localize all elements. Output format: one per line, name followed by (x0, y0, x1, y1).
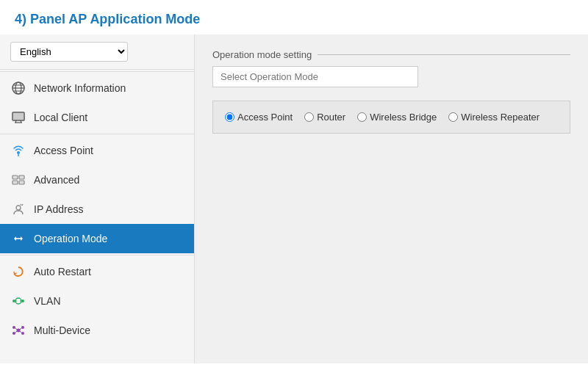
svg-line-17 (21, 204, 21, 206)
svg-point-10 (17, 151, 20, 154)
auto-restart-icon (10, 264, 26, 280)
svg-point-22 (21, 300, 24, 302)
radio-wireless-repeater[interactable]: Wireless Repeater (448, 112, 539, 123)
sidebar-item-advanced[interactable]: Advanced (0, 165, 194, 195)
radio-group: Access Point Router Wireless Bridge Wire… (212, 101, 570, 134)
svg-point-28 (12, 332, 15, 335)
svg-point-29 (21, 332, 24, 335)
advanced-icon (10, 172, 26, 188)
multi-device-icon (10, 322, 26, 338)
sidebar-item-label: IP Address (34, 203, 83, 215)
sidebar-item-operation-mode[interactable]: Operation Mode (0, 224, 194, 253)
section-title-text: Operation mode setting (212, 49, 312, 60)
content-area: Operation mode setting Access Point Rout… (195, 35, 588, 363)
sidebar-item-network-information[interactable]: Network Information (0, 73, 194, 103)
svg-rect-6 (13, 113, 24, 120)
svg-line-33 (20, 331, 21, 333)
sidebar-item-label: Multi-Device (34, 324, 90, 336)
sidebar: English Chinese Japanese Network Informa… (0, 35, 195, 363)
sidebar-item-label: Network Information (34, 82, 126, 94)
sidebar-item-auto-restart[interactable]: Auto Restart (0, 257, 194, 286)
page-title: 4) Panel AP Application Mode (0, 0, 588, 35)
radio-wireless-bridge[interactable]: Wireless Bridge (357, 112, 437, 123)
monitor-icon (10, 109, 26, 126)
svg-point-27 (21, 326, 24, 329)
radio-label-access-point: Access Point (237, 112, 293, 123)
sidebar-item-label: Access Point (34, 145, 93, 156)
ip-address-icon (10, 201, 26, 217)
svg-point-26 (12, 326, 15, 329)
sidebar-item-label: Auto Restart (34, 266, 91, 278)
sidebar-item-ip-address[interactable]: IP Address (0, 195, 194, 224)
sidebar-item-multi-device[interactable]: Multi-Device (0, 316, 194, 345)
radio-router[interactable]: Router (304, 112, 345, 123)
sidebar-item-label: Local Client (34, 112, 87, 123)
language-select[interactable]: English Chinese Japanese (10, 42, 128, 62)
radio-access-point[interactable]: Access Point (225, 112, 293, 123)
sidebar-item-label: Operation Mode (34, 233, 107, 244)
svg-point-25 (17, 329, 21, 333)
svg-point-21 (12, 300, 15, 302)
radio-label-wireless-repeater: Wireless Repeater (461, 112, 539, 123)
svg-rect-13 (19, 175, 24, 179)
svg-rect-15 (19, 181, 24, 184)
operation-mode-icon (10, 231, 26, 247)
svg-line-30 (15, 328, 17, 330)
svg-line-31 (20, 328, 21, 330)
access-point-icon (10, 142, 26, 159)
svg-point-16 (16, 206, 21, 210)
vlan-icon (10, 293, 26, 309)
svg-line-32 (15, 331, 17, 333)
radio-label-wireless-bridge: Wireless Bridge (370, 112, 437, 123)
sidebar-item-vlan[interactable]: VLAN (0, 286, 194, 316)
operation-mode-section: Operation mode setting Access Point Rout… (212, 49, 570, 134)
sidebar-item-label: Advanced (34, 174, 79, 186)
sidebar-item-access-point[interactable]: Access Point (0, 136, 194, 165)
radio-label-router: Router (317, 112, 345, 123)
svg-line-18 (22, 204, 23, 206)
svg-rect-14 (12, 181, 18, 184)
globe-icon (10, 80, 26, 96)
svg-rect-12 (12, 175, 18, 179)
sidebar-item-local-client[interactable]: Local Client (0, 103, 194, 132)
select-operation-mode-input[interactable] (212, 66, 418, 87)
sidebar-item-label: VLAN (34, 295, 61, 307)
